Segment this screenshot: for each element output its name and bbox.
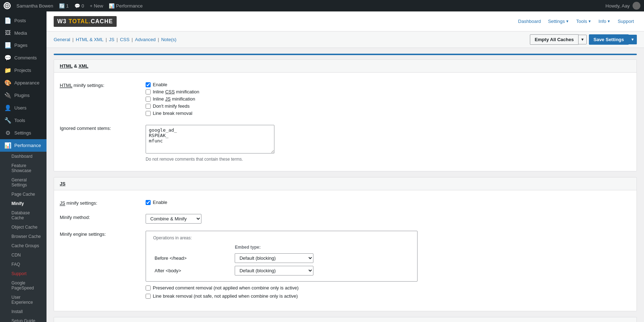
subnav-notes[interactable]: Note(s) — [161, 37, 176, 42]
empty-caches-button[interactable]: Empty All Caches — [530, 34, 578, 45]
adminbar-revisions[interactable]: 🔄 1 — [59, 3, 69, 9]
adminbar-site-name[interactable]: Samantha Bowen — [16, 3, 53, 9]
comments-icon: 💬 — [4, 54, 11, 61]
adminbar-performance[interactable]: 📊 Performance — [109, 3, 142, 9]
sub-nav: General | HTML & XML | JS | CSS | Advanc… — [47, 31, 644, 48]
submenu-minify[interactable]: Minify — [0, 199, 47, 208]
sidebar-item-performance[interactable]: 📊 Performance — [0, 139, 47, 152]
plugin-nav-tools[interactable]: Tools ▼ — [574, 17, 594, 25]
line-break-checkbox[interactable] — [146, 111, 151, 116]
operations-legend: Operations in areas: — [152, 235, 411, 240]
sidebar-item-users[interactable]: 👤 Users — [0, 102, 47, 114]
after-body-label-cell: After <body> — [152, 264, 232, 277]
submenu-support[interactable]: Support — [0, 269, 47, 278]
minify-engine-label: Minify engine settings: — [60, 231, 138, 237]
subnav-html-xml[interactable]: HTML & XML — [76, 37, 104, 42]
after-body-select[interactable]: Default (blocking) Non-blocking (async) … — [235, 266, 313, 275]
plugin-logo: W3 TOTAL.CACHE — [54, 16, 117, 27]
subnav-css[interactable]: CSS — [120, 37, 130, 42]
adminbar-new[interactable]: + New — [90, 3, 103, 9]
submenu-google-pagespeed[interactable]: Google PageSpeed — [0, 278, 47, 293]
subnav-advanced[interactable]: Advanced — [135, 37, 156, 42]
save-settings-arrow[interactable]: ▾ — [629, 35, 637, 44]
dont-minify-feeds-checkbox[interactable] — [146, 104, 151, 109]
pages-icon: 📃 — [4, 42, 11, 49]
sidebar-item-plugins[interactable]: 🔌 Plugins — [0, 89, 47, 102]
plugin-nav-dashboard[interactable]: Dashboard — [515, 17, 544, 25]
js-title: JS — [60, 181, 65, 186]
submenu-database-cache[interactable]: Database Cache — [0, 208, 47, 223]
sidebar-item-settings[interactable]: ⚙ Settings — [0, 127, 47, 139]
posts-icon: 📄 — [4, 17, 11, 24]
adminbar-right: Howdy, Aay — [605, 2, 640, 10]
js-enable-checkbox-row: Enable — [146, 200, 631, 205]
html-enable-label: Enable — [153, 82, 167, 87]
preserved-comment-label: Preserved comment removal (not applied w… — [153, 285, 299, 291]
plugin-nav-info[interactable]: Info ▼ — [596, 17, 614, 25]
tools-icon: 🔧 — [4, 117, 11, 124]
adminbar-logo[interactable] — [4, 2, 11, 9]
js-minify-label: JS minify settings: — [60, 200, 138, 206]
html-enable-checkbox-row: Enable — [146, 82, 631, 87]
submenu-install[interactable]: Install — [0, 307, 47, 316]
submenu-faq[interactable]: FAQ — [0, 260, 47, 269]
sidebar-item-media[interactable]: 🖼 Media — [0, 27, 47, 39]
submenu-object-cache[interactable]: Object Cache — [0, 223, 47, 232]
plugin-nav-settings[interactable]: Settings ▼ — [545, 17, 572, 25]
sub-nav-links: General | HTML & XML | JS | CSS | Advanc… — [54, 37, 176, 42]
plugin-nav: Dashboard Settings ▼ Tools ▼ Info ▼ Supp… — [515, 17, 637, 25]
users-icon: 👤 — [4, 104, 11, 111]
progress-bar — [54, 54, 637, 55]
line-break-js-row: Line break removal (not safe, not applie… — [146, 293, 631, 299]
sidebar-item-projects[interactable]: 📁 Projects — [0, 64, 47, 77]
minify-method-controls: Combine & Minify Minify only Combine onl… — [146, 214, 631, 224]
inline-css-checkbox[interactable] — [146, 89, 151, 94]
submenu-page-cache[interactable]: Page Cache — [0, 190, 47, 199]
logo-box: W3 TOTAL.CACHE — [54, 16, 117, 27]
http2-header: HTTP/2 push — [54, 317, 636, 322]
line-break-js-checkbox[interactable] — [146, 294, 151, 299]
sidebar-item-pages[interactable]: 📃 Pages — [0, 39, 47, 52]
submenu-browser-cache[interactable]: Browser Cache — [0, 232, 47, 241]
ignored-stems-label: Ignored comment stems: — [60, 125, 138, 131]
submenu-user-experience[interactable]: User Experience — [0, 293, 47, 307]
submenu-setup-guide[interactable]: Setup Guide — [0, 316, 47, 322]
sidebar-item-appearance[interactable]: 🎨 Appearance — [0, 77, 47, 89]
sidebar-item-tools[interactable]: 🔧 Tools — [0, 114, 47, 127]
http2-section: HTTP/2 push Enable For better performanc — [54, 317, 637, 322]
save-settings-split: Save Settings ▾ — [589, 34, 637, 45]
main-content: W3 TOTAL.CACHE Dashboard Settings ▼ Tool… — [47, 11, 644, 322]
subnav-js[interactable]: JS — [109, 37, 114, 42]
sidebar-item-comments[interactable]: 💬 Comments — [0, 52, 47, 64]
before-head-select[interactable]: Default (blocking) Non-blocking (async) … — [235, 253, 313, 263]
preserved-comment-checkbox[interactable] — [146, 286, 151, 291]
subnav-general[interactable]: General — [54, 37, 70, 42]
html-minify-label: HTML minify settings: — [60, 82, 138, 88]
submenu-cache-groups[interactable]: Cache Groups — [0, 241, 47, 250]
js-section: JS JS minify settings: Enable — [54, 177, 637, 311]
inline-js-checkbox-row: Inline JS minification — [146, 96, 631, 102]
submenu-feature-showcase[interactable]: Feature Showcase — [0, 161, 47, 175]
minify-engine-controls: Operations in areas: Embed type: — [146, 231, 631, 302]
js-enable-checkbox[interactable] — [146, 200, 151, 205]
col-area — [152, 243, 232, 251]
dont-minify-feeds-label: Don't minify feeds — [153, 103, 190, 109]
settings-icon: ⚙ — [4, 130, 11, 136]
js-header: JS — [54, 177, 636, 190]
submenu-general-settings[interactable]: General Settings — [0, 175, 47, 190]
sidebar-item-posts[interactable]: 📄 Posts — [0, 14, 47, 27]
js-minify-controls: Enable — [146, 200, 631, 207]
before-head-select-cell: Default (blocking) Non-blocking (async) … — [232, 251, 411, 264]
js-enable-label: Enable — [153, 200, 167, 205]
empty-caches-arrow[interactable]: ▾ — [579, 35, 587, 44]
inline-js-checkbox[interactable] — [146, 97, 151, 102]
adminbar-comments[interactable]: 💬 0 — [74, 3, 84, 9]
submenu-cdn[interactable]: CDN — [0, 250, 47, 260]
ignored-stems-textarea[interactable]: google_ad_ RSPEAK_ mfunc — [146, 125, 274, 153]
html-enable-checkbox[interactable] — [146, 82, 151, 87]
minify-method-select[interactable]: Combine & Minify Minify only Combine onl… — [146, 214, 201, 224]
appearance-icon: 🎨 — [4, 79, 11, 86]
plugin-nav-support[interactable]: Support — [615, 17, 637, 25]
submenu-dashboard[interactable]: Dashboard — [0, 152, 47, 161]
save-settings-button[interactable]: Save Settings — [589, 34, 629, 45]
